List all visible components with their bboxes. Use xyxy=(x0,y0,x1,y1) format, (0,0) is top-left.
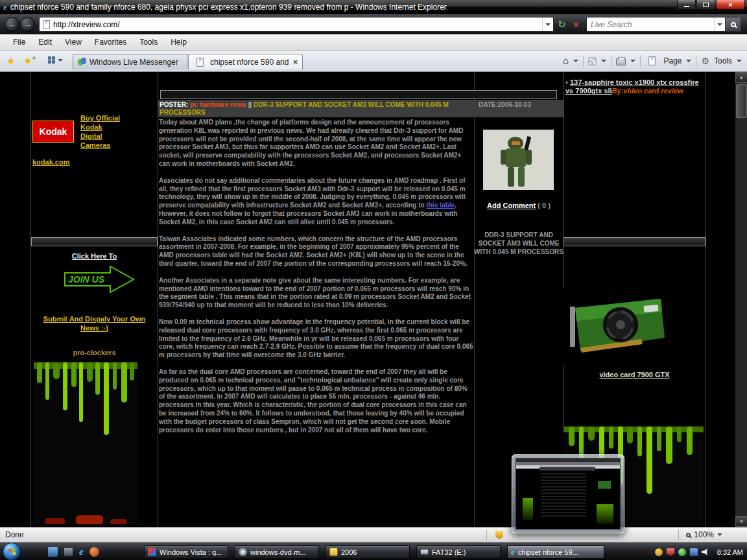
tab-windows-live-messenger[interactable]: Windows Live Messenger xyxy=(73,54,187,69)
pro-clockers-link[interactable]: pro-clockers xyxy=(31,349,158,356)
join-us-banner[interactable]: JOIN US xyxy=(61,262,136,296)
kodak-ad-link[interactable]: Cameras xyxy=(80,141,120,150)
volume-tray-icon[interactable] xyxy=(702,548,709,556)
update-tray-icon[interactable] xyxy=(655,548,663,556)
taskbar-button-2006-folder[interactable]: 2006 xyxy=(326,545,410,559)
menu-edit[interactable]: Edit xyxy=(32,36,58,49)
news-byline: By:video card review xyxy=(612,87,683,95)
messenger-tray-icon[interactable] xyxy=(678,548,686,556)
show-desktop-icon[interactable] xyxy=(48,547,58,557)
video-card-link[interactable]: video card 7900 GTX xyxy=(563,371,706,379)
vertical-scrollbar[interactable]: ▲ ▼ xyxy=(735,72,747,527)
scroll-down-button[interactable]: ▼ xyxy=(735,516,747,527)
refresh-button[interactable]: ↻ xyxy=(555,17,569,32)
scroll-up-button[interactable]: ▲ xyxy=(735,72,747,83)
home-dropdown-icon[interactable] xyxy=(573,60,578,62)
stop-button[interactable]: × xyxy=(569,17,583,32)
address-dropdown-button[interactable] xyxy=(542,18,553,31)
column-divider xyxy=(706,72,706,527)
kodak-site-link[interactable]: kodak.com xyxy=(32,158,69,166)
taskbar-button-fat32-drive[interactable]: FAT32 (E:) xyxy=(416,545,501,559)
submit-news-link[interactable]: Submit And Dispaly Your Own News :-) xyxy=(38,314,151,332)
browser-window: e chipset nforce 590 and family nforce 6… xyxy=(0,0,747,560)
taskbar-clock[interactable]: 8:32 AM xyxy=(717,543,743,560)
start-button[interactable] xyxy=(3,542,21,560)
print-dropdown-icon[interactable] xyxy=(630,60,635,62)
tools-menu-button[interactable]: Tools xyxy=(714,56,732,65)
separator xyxy=(678,530,679,541)
ie-window-icon: e xyxy=(3,2,7,12)
tab-close-icon[interactable]: × xyxy=(293,58,298,67)
poster-label: POSTER: xyxy=(160,101,188,108)
internet-explorer-icon: e xyxy=(511,547,515,557)
taskbar-buttons: Windows Vista : q... windows-dvd-m... 20… xyxy=(144,545,604,559)
add-comment-link[interactable]: Add Comment xyxy=(487,202,536,209)
sidebar-section-bar xyxy=(31,237,158,246)
address-input[interactable] xyxy=(53,20,542,29)
search-box[interactable] xyxy=(586,17,741,32)
banner-strip xyxy=(160,90,557,99)
favorites-center-button[interactable]: ★ xyxy=(6,55,15,67)
close-icon: × xyxy=(728,1,732,8)
this-table-link[interactable]: this table xyxy=(426,202,455,209)
menu-file[interactable]: File xyxy=(6,36,32,49)
feeds-dropdown-icon[interactable] xyxy=(601,60,606,62)
thumbnail-screenshot xyxy=(516,458,621,530)
switch-windows-icon[interactable] xyxy=(64,547,73,557)
quick-tabs-button[interactable] xyxy=(48,56,63,64)
menu-tools[interactable]: Tools xyxy=(133,36,164,49)
menu-view[interactable]: View xyxy=(58,36,88,49)
taskbar-button-label: 2006 xyxy=(341,548,357,556)
internet-explorer-icon[interactable]: e xyxy=(79,547,84,557)
poster-name-link[interactable]: pc hardware news xyxy=(190,101,246,108)
kodak-ad[interactable]: Kodak Buy Official Kodak Digital Cameras… xyxy=(32,113,157,166)
window-controls: × xyxy=(677,0,745,10)
taskbar-button-windows-vista[interactable]: Windows Vista : q... xyxy=(144,545,228,559)
article-paragraph: Today about AMD plans ,the change of pla… xyxy=(159,119,474,169)
kodak-ad-link[interactable]: Kodak xyxy=(80,122,120,132)
taskbar-button-chipset-nforce[interactable]: e chipset nforce 59... xyxy=(507,545,604,559)
zoom-control[interactable]: 100% xyxy=(686,530,722,539)
home-button[interactable]: ⌂ xyxy=(563,55,569,67)
article-paragraph: Taiwan Associates indicated some numbers… xyxy=(159,235,474,268)
add-favorite-button[interactable]: ★ xyxy=(23,55,32,66)
tab-chipset-nforce[interactable]: chipset nforce 590 and ... × xyxy=(188,54,303,69)
page-icon xyxy=(196,58,204,67)
page-dropdown-icon[interactable] xyxy=(686,60,691,62)
windows-logo-icon xyxy=(8,547,16,555)
feeds-button[interactable] xyxy=(588,57,597,65)
tools-dropdown-icon[interactable] xyxy=(737,60,742,62)
kodak-logo[interactable]: Kodak xyxy=(32,121,74,143)
tab-bar: ★ ★ Windows Live Messenger chipset nforc… xyxy=(0,51,747,72)
click-here-link[interactable]: Click Here To xyxy=(31,252,158,260)
address-bar[interactable] xyxy=(39,17,554,32)
page-menu-button[interactable]: Page xyxy=(663,56,682,65)
chevron-down-icon xyxy=(545,23,551,26)
back-button[interactable]: ← xyxy=(5,17,19,32)
menu-help[interactable]: Help xyxy=(164,36,193,49)
status-bar: Done 100% xyxy=(0,527,747,542)
minimize-button[interactable] xyxy=(677,0,696,10)
page-favicon-icon xyxy=(43,20,50,29)
kodak-ad-link[interactable]: Buy Official xyxy=(80,113,120,122)
maximize-button[interactable] xyxy=(696,0,715,10)
taskbar-button-dvd-maker[interactable]: windows-dvd-m... xyxy=(235,545,319,559)
scrollbar-thumb[interactable] xyxy=(736,84,747,118)
security-alert-tray-icon[interactable] xyxy=(667,548,674,556)
search-input[interactable] xyxy=(587,20,714,29)
search-dropdown-button[interactable] xyxy=(714,18,725,31)
comment-count: ( 0 ) xyxy=(538,202,551,209)
close-button[interactable]: × xyxy=(716,0,745,10)
print-button[interactable] xyxy=(616,58,626,65)
forward-button[interactable]: → xyxy=(20,17,35,32)
menu-favorites[interactable]: Favorites xyxy=(88,36,133,49)
search-go-button[interactable] xyxy=(725,18,741,31)
network-tray-icon[interactable] xyxy=(690,548,698,556)
kodak-ad-link[interactable]: Digital xyxy=(80,132,120,141)
taskbar-thumbnail-preview[interactable] xyxy=(512,454,624,533)
bullet-icon: • xyxy=(565,78,568,86)
article-date: DATE:2006-10-03 xyxy=(479,101,531,116)
folder-icon xyxy=(329,548,338,556)
browser-quicklaunch-icon[interactable] xyxy=(89,547,99,557)
sidebar-section-bar xyxy=(563,237,706,246)
